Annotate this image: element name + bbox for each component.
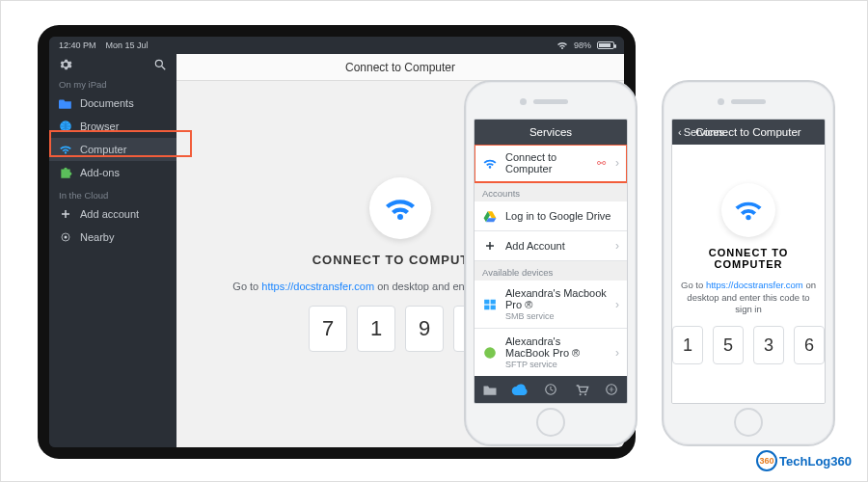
iphone-services: Services Connect to Computer ⚯ › Account…	[464, 80, 637, 446]
sub-prefix: Go to	[681, 280, 706, 290]
code-digit: 3	[753, 326, 784, 364]
svg-rect-6	[491, 299, 496, 304]
row-label: Log in to Google Drive	[505, 210, 619, 222]
plus-icon	[59, 207, 72, 221]
code-row: 1 5 3 6	[672, 326, 825, 364]
svg-point-9	[484, 347, 496, 359]
plus-icon	[482, 238, 498, 254]
sidebar-item-label: Add account	[80, 208, 139, 220]
watermark-badge: 360	[756, 450, 777, 471]
phone-screen: Services Connect to Computer ⚯ › Account…	[474, 119, 628, 404]
back-button[interactable]: ‹ Services	[678, 126, 724, 138]
phone-speaker	[731, 99, 766, 104]
tab-store[interactable]	[566, 376, 597, 403]
content-title: Connect to Computer	[176, 54, 624, 81]
chevron-right-icon: ›	[615, 239, 619, 253]
status-time: 12:40 PM	[59, 40, 96, 50]
chevron-right-icon: ›	[615, 298, 619, 311]
navbar: Services	[475, 120, 627, 145]
sidebar-item-documents[interactable]: Documents	[49, 92, 176, 115]
wifi-status-icon	[556, 40, 568, 50]
wifi-icon	[482, 155, 498, 171]
puzzle-icon	[59, 166, 72, 179]
gdrive-icon	[482, 208, 498, 224]
section-accounts: Accounts	[475, 182, 627, 201]
svg-point-0	[155, 60, 162, 67]
link-icon: ⚯	[597, 157, 606, 170]
sidebar-item-computer[interactable]: Computer	[49, 138, 176, 161]
sidebar-item-label: Computer	[80, 144, 126, 155]
globe-icon	[59, 120, 72, 133]
connect-panel: CONNECT TO COMPUTER Go to https://docstr…	[672, 145, 825, 403]
svg-rect-8	[491, 305, 496, 309]
row-google-drive[interactable]: Log in to Google Drive	[475, 201, 627, 231]
navbar: ‹ Services Connect to Computer	[672, 120, 825, 145]
row-label: Alexandra's MacBook Pro ®SFTP service	[505, 335, 608, 369]
sidebar-item-nearby[interactable]: Nearby	[49, 226, 176, 249]
search-icon[interactable]	[153, 58, 167, 71]
back-label: Services	[684, 126, 724, 138]
row-device[interactable]: Alexandra's MacBook Pro ®SFTP service ›	[475, 329, 627, 376]
battery-percent: 98%	[574, 40, 591, 50]
battery-icon	[597, 41, 614, 49]
svg-point-3	[65, 236, 68, 239]
transfer-link[interactable]: https://docstransfer.com	[706, 280, 803, 290]
ipad-statusbar: 12:40 PM Mon 15 Jul 98%	[49, 37, 624, 54]
transfer-link[interactable]: https://docstransfer.com	[261, 281, 374, 292]
iphone-connect: ‹ Services Connect to Computer CONNECT T…	[662, 80, 835, 446]
sidebar: On my iPad Documents Browser Computer Ad…	[49, 54, 176, 447]
svg-point-16	[584, 393, 586, 395]
globe-safe-icon	[482, 345, 498, 361]
services-list: Connect to Computer ⚯ › Accounts Log in …	[475, 145, 627, 376]
phone-speaker	[533, 99, 568, 104]
svg-line-1	[162, 67, 166, 70]
row-connect-to-computer[interactable]: Connect to Computer ⚯ ›	[475, 145, 627, 182]
row-add-account[interactable]: Add Account ›	[475, 231, 627, 261]
chevron-left-icon: ‹	[678, 126, 682, 138]
chevron-right-icon: ›	[615, 156, 619, 170]
row-device[interactable]: Alexandra's Macbook Pro ®SMB service ›	[475, 281, 627, 329]
home-button[interactable]	[734, 408, 763, 437]
tab-browser[interactable]	[596, 376, 627, 403]
wifi-icon	[59, 143, 72, 156]
svg-rect-7	[484, 305, 489, 309]
code-digit: 7	[309, 306, 347, 352]
sidebar-item-label: Browser	[80, 120, 119, 132]
code-digit: 9	[405, 306, 444, 352]
code-digit: 1	[672, 326, 703, 364]
sub-prefix: Go to	[232, 281, 261, 292]
sidebar-section-cloud: In the Cloud	[49, 184, 176, 202]
tab-recent[interactable]	[535, 376, 566, 403]
code-digit: 1	[357, 306, 395, 352]
phone-camera	[520, 98, 527, 105]
connect-heading: CONNECT TO COMPUTER	[680, 247, 817, 270]
windows-icon	[482, 297, 498, 312]
sidebar-item-label: Nearby	[80, 231, 114, 243]
tab-files[interactable]	[475, 376, 505, 403]
sidebar-item-label: Add-ons	[80, 167, 120, 178]
svg-rect-5	[484, 299, 489, 304]
sidebar-item-label: Documents	[80, 97, 134, 109]
code-digit: 6	[794, 326, 825, 364]
sidebar-section-onipad: On my iPad	[49, 73, 176, 92]
home-button[interactable]	[536, 408, 565, 437]
phone-camera	[718, 98, 724, 105]
wifi-hero-icon	[369, 177, 431, 239]
status-date: Mon 15 Jul	[106, 40, 149, 50]
watermark-text: TechLog360	[779, 454, 852, 469]
phone-screen: ‹ Services Connect to Computer CONNECT T…	[671, 119, 826, 404]
chevron-right-icon: ›	[615, 346, 619, 360]
connect-heading: CONNECT TO COMPUTER	[312, 253, 489, 267]
row-label: Add Account	[505, 240, 608, 252]
section-devices: Available devices	[475, 261, 627, 281]
watermark: 360 TechLog360	[756, 450, 852, 471]
sidebar-item-addaccount[interactable]: Add account	[49, 202, 176, 226]
folder-icon	[59, 96, 72, 110]
sidebar-item-addons[interactable]: Add-ons	[49, 161, 176, 184]
sidebar-item-browser[interactable]: Browser	[49, 115, 176, 138]
gear-icon[interactable]	[59, 58, 72, 71]
code-digit: 5	[713, 326, 744, 364]
tab-cloud[interactable]	[505, 376, 536, 403]
nav-title: Services	[529, 126, 572, 138]
wifi-hero-icon	[721, 183, 775, 237]
